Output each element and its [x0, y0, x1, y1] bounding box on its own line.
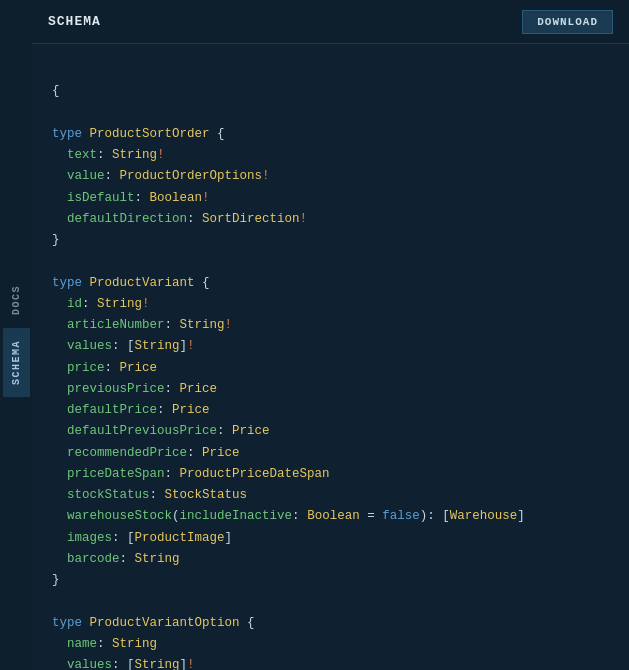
header: SCHEMA DOWNLOAD — [32, 0, 629, 44]
main-content: SCHEMA DOWNLOAD { type ProductSortOrder … — [32, 0, 629, 670]
sidebar-item-schema[interactable]: SCHEMA — [3, 328, 30, 397]
download-button[interactable]: DOWNLOAD — [522, 10, 613, 34]
page-title: SCHEMA — [48, 14, 101, 29]
schema-code: { type ProductSortOrder { text: String! … — [52, 60, 609, 670]
code-area[interactable]: { type ProductSortOrder { text: String! … — [32, 44, 629, 670]
sidebar-item-docs[interactable]: DOCS — [3, 273, 30, 327]
side-tabs: DOCS SCHEMA — [0, 0, 32, 670]
